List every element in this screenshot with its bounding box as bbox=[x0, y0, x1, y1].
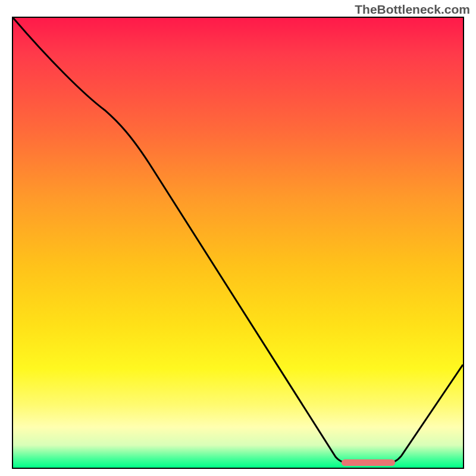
optimal-marker bbox=[342, 459, 395, 466]
watermark-text: TheBottleneck.com bbox=[355, 2, 470, 17]
chart-container: TheBottleneck.com bbox=[0, 0, 476, 476]
plot-frame bbox=[12, 17, 464, 469]
curve-path bbox=[13, 18, 463, 464]
curve-svg bbox=[13, 18, 463, 468]
